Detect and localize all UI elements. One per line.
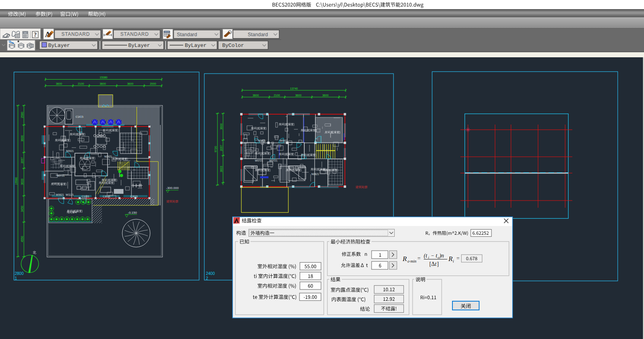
- svg-text:15380: 15380: [100, 76, 108, 79]
- svg-text:(t: (t: [424, 253, 428, 259]
- svg-text:N0721: N0721: [57, 174, 65, 177]
- svg-text:Standard: Standard: [248, 32, 268, 37]
- svg-text:−: −: [430, 253, 435, 259]
- svg-text:2097: 2097: [21, 157, 23, 164]
- svg-text:2: 2: [206, 276, 208, 281]
- svg-text:i: i: [453, 259, 454, 263]
- svg-text:N0921: N0921: [104, 155, 112, 158]
- svg-text:C3021: C3021: [130, 195, 138, 198]
- svg-text:13740: 13740: [290, 87, 298, 90]
- svg-text:3600: 3600: [253, 94, 259, 97]
- svg-text:W0721: W0721: [269, 159, 278, 162]
- svg-text:W1121: W1121: [66, 193, 74, 196]
- svg-text:2100: 2100: [78, 82, 84, 85]
- svg-text:3600: 3600: [56, 82, 62, 85]
- svg-text:STANDARD: STANDARD: [61, 31, 90, 37]
- svg-text:W0721: W0721: [255, 159, 263, 162]
- svg-text:ByLayer: ByLayer: [48, 43, 70, 49]
- svg-text:3450: 3450: [21, 206, 23, 212]
- svg-text:3600: 3600: [295, 94, 301, 97]
- svg-text:R: R: [448, 255, 453, 263]
- svg-text:]: ]: [437, 261, 439, 267]
- svg-text:-0.150: -0.150: [128, 211, 137, 214]
- svg-text:W0921: W0921: [280, 139, 288, 142]
- svg-text:N0921: N0921: [66, 150, 74, 152]
- svg-text:1: 1: [15, 276, 17, 281]
- svg-text:C1415: C1415: [76, 115, 84, 118]
- svg-text:3600: 3600: [21, 135, 23, 142]
- svg-text:o·min: o·min: [407, 259, 417, 263]
- svg-text:C3021: C3021: [103, 195, 111, 198]
- svg-text:3603: 3603: [220, 166, 223, 172]
- svg-text:2000: 2000: [150, 82, 156, 85]
- svg-text:W0621: W0621: [56, 193, 64, 196]
- svg-text:ByLayer: ByLayer: [128, 43, 150, 49]
- svg-text:19980: 19980: [15, 177, 18, 185]
- svg-text:2400: 2400: [206, 271, 215, 276]
- svg-text:3600: 3600: [100, 82, 106, 85]
- svg-text:)n: )n: [439, 253, 444, 259]
- svg-text:R: R: [402, 255, 407, 263]
- svg-text:3600: 3600: [322, 94, 329, 97]
- svg-text:Standard: Standard: [177, 32, 197, 37]
- svg-text:ByLayer: ByLayer: [185, 43, 207, 49]
- svg-text:3633: 3633: [21, 179, 23, 185]
- svg-text:3600: 3600: [127, 82, 133, 85]
- svg-text:2097: 2097: [220, 145, 223, 151]
- svg-text:=: =: [456, 255, 460, 261]
- svg-text:3600: 3600: [220, 123, 223, 130]
- svg-text:C1221: C1221: [82, 195, 90, 198]
- svg-text:2580: 2580: [21, 112, 23, 118]
- svg-text:9720: 9720: [214, 146, 217, 152]
- svg-text:-300.000: -300.000: [166, 186, 179, 190]
- svg-text:2100: 2100: [274, 94, 280, 97]
- svg-text:N0821: N0821: [311, 173, 319, 175]
- svg-text:[Δ: [Δ: [429, 261, 435, 267]
- svg-text:STANDARD: STANDARD: [120, 31, 149, 37]
- svg-text:ByColor: ByColor: [222, 43, 244, 49]
- svg-text:2800: 2800: [15, 271, 24, 276]
- svg-text:4550: 4550: [21, 236, 23, 242]
- svg-text:?: ?: [34, 32, 37, 38]
- svg-text:=: =: [417, 255, 421, 261]
- svg-text:N0921: N0921: [258, 139, 266, 142]
